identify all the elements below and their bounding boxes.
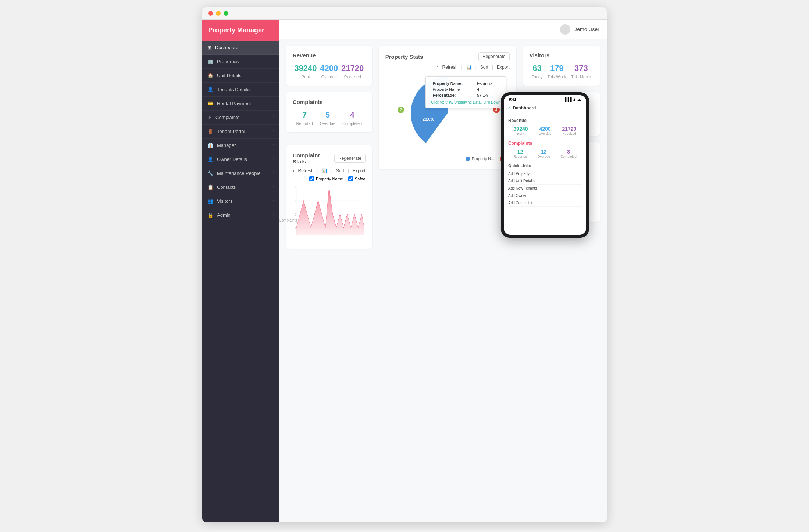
main-content: Demo User Revenue 39240 Rent — [279, 20, 607, 522]
mobile-complaints-title: Complaints — [508, 141, 582, 146]
mobile-comp-completed: 8 Completed — [560, 149, 577, 158]
mobile-link-add-unit[interactable]: Add Unit Details — [508, 177, 582, 185]
pie-index-2: 2 — [398, 107, 404, 113]
mobile-comp-overdue-lbl: Overdue — [537, 155, 550, 158]
mobile-comp-overdue: 12 Overdue — [537, 149, 550, 158]
complaint-stats-regen-button[interactable]: Regenerate — [334, 154, 366, 163]
mobile-statusbar: 9:41 ▐▐▐ ▲ ☁ — [504, 95, 586, 103]
export-label[interactable]: Export — [353, 168, 366, 173]
sidebar-item-visitors[interactable]: 👥 Visitors › — [202, 194, 279, 208]
complaint-stats-toolbar: › Refresh | 📊 | Sort | Export — [293, 168, 366, 173]
property-stats-card: Property Stats Regenerate › Refresh | 📊 … — [379, 46, 516, 169]
sidebar-item-tenants[interactable]: 👤 Tenants Details › — [202, 83, 279, 97]
sidebar-item-complaints[interactable]: ⚠ Complaints › — [202, 111, 279, 125]
sidebar-item-maintenance[interactable]: 🔧 Maintenance People › — [202, 166, 279, 180]
mobile-revenue-stats: 39240 Rent 4200 Overdue 2172 — [508, 126, 582, 136]
visitors-stats: 63 Today 179 This Week 373 This Month — [530, 64, 594, 79]
sidebar-item-label: Dashboard — [215, 45, 239, 50]
refresh-button[interactable]: Refresh — [442, 65, 458, 70]
mobile-back-button[interactable]: ‹ — [508, 105, 510, 111]
middle-column: Property Stats Regenerate › Refresh | 📊 … — [379, 46, 516, 249]
today-value: 63 — [532, 64, 542, 73]
sidebar-item-properties[interactable]: 🏢 Properties › — [202, 55, 279, 69]
sidebar-item-unit-details[interactable]: 🏠 Unit Details › — [202, 69, 279, 83]
sidebar-item-label: Owner Details — [217, 157, 247, 162]
complaints-overdue: 5 Overdue — [320, 110, 335, 126]
mobile-rent-val: 39240 — [514, 126, 528, 132]
property-stats-regen-button[interactable]: Regenerate — [478, 52, 510, 61]
legend-safaa-checkbox[interactable] — [348, 176, 353, 181]
sidebar-item-label: Unit Details — [217, 73, 241, 78]
mobile-overdue-val: 4200 — [539, 126, 552, 132]
mobile-overdue-lbl: Overdue — [539, 132, 552, 136]
sidebar-item-manager[interactable]: 👔 Manager › — [202, 139, 279, 152]
overdue-label: Overdue — [320, 75, 338, 79]
property-stats-header: Property Stats Regenerate — [385, 52, 510, 61]
dashboard-content: Revenue 39240 Rent 4200 Overdue — [279, 39, 607, 255]
mobile-complaints-stats: 12 Reported 12 Overdue 8 — [508, 149, 582, 158]
tooltip-drill-link[interactable]: Click to: View Underlying Data / Drill D… — [431, 100, 500, 104]
reported-label: Reported — [296, 121, 313, 126]
sidebar-item-label: Complaints — [215, 115, 239, 120]
sidebar-item-tenant-portal[interactable]: 🚪 Tenant Portal › — [202, 125, 279, 139]
chevron-icon: › — [273, 185, 274, 189]
tooltip-count-label: Property Name — [432, 87, 460, 91]
received-label: Received — [341, 75, 364, 79]
sidebar-item-owner[interactable]: 👤 Owner Details › — [202, 152, 279, 166]
chevron-icon: › — [273, 60, 274, 64]
mobile-overdue: 4200 Overdue — [539, 126, 552, 136]
user-info: Demo User — [560, 24, 599, 35]
export-button[interactable]: Export — [497, 65, 510, 70]
sort-label[interactable]: Sort — [336, 168, 344, 173]
completed-label: Completed — [342, 121, 362, 126]
sidebar-item-label: Tenant Portal — [217, 129, 245, 134]
chevron-icon: › — [273, 213, 274, 217]
tenants-icon: 👤 — [207, 87, 213, 92]
rent-label: Rent — [294, 75, 317, 79]
mobile-link-add-owner[interactable]: Add Owner — [508, 192, 582, 200]
mobile-received-lbl: Received — [562, 132, 576, 136]
sidebar-item-rental[interactable]: 💳 Rental Payment › — [202, 97, 279, 111]
refresh-label[interactable]: Refresh — [298, 168, 314, 173]
chevron-icon: › — [273, 101, 274, 105]
dashboard-icon: ⊞ — [207, 45, 211, 50]
mobile-comp-reported-val: 12 — [513, 149, 527, 155]
refresh-icon[interactable]: › — [293, 168, 295, 173]
mobile-received-val: 21720 — [562, 126, 576, 132]
comp-overdue-label: Overdue — [320, 121, 335, 126]
mobile-comp-completed-lbl: Completed — [560, 155, 577, 158]
bar-icon: 📊 — [466, 65, 472, 70]
refresh-icon[interactable]: › — [437, 65, 439, 70]
pie-legend: Property N... ... — [385, 157, 510, 162]
rental-icon: 💳 — [207, 101, 213, 106]
complaints-stats: 7 Reported 5 Overdue 4 Completed — [293, 110, 366, 126]
mobile-link-add-property[interactable]: Add Property — [508, 170, 582, 177]
minimize-button[interactable] — [216, 11, 221, 16]
legend-property-checkbox[interactable] — [309, 176, 314, 181]
revenue-overdue: 4200 Overdue — [320, 64, 338, 79]
legend-property-name: Property Name — [309, 176, 343, 181]
chevron-icon: › — [273, 157, 274, 161]
visitors-week: 179 This Week — [547, 64, 566, 79]
complaint-stats-card: Complaint Stats Regenerate › Refresh | 📊… — [286, 145, 372, 249]
left-column: Revenue 39240 Rent 4200 Overdue — [286, 46, 372, 249]
revenue-received: 21720 Received — [341, 64, 364, 79]
sidebar-item-admin[interactable]: 🔒 Admin › — [202, 208, 279, 222]
mobile-content: Revenue 39240 Rent 4200 Overdu — [504, 114, 586, 211]
unit-icon: 🏠 — [207, 73, 213, 78]
svg-text:4: 4 — [295, 186, 296, 189]
maximize-button[interactable] — [224, 11, 228, 16]
portal-icon: 🚪 — [207, 129, 213, 134]
mobile-time: 9:41 — [509, 97, 516, 101]
legend-label: Safaa — [355, 177, 366, 181]
complaint-stats-title: Complaint Stats — [293, 152, 334, 165]
sidebar-item-contacts[interactable]: 📋 Contacts › — [202, 180, 279, 194]
visitors-title: Visitors — [530, 52, 594, 58]
mobile-link-add-complaint[interactable]: Add Complaint — [508, 200, 582, 207]
complaints-reported: 7 Reported — [296, 110, 313, 126]
mobile-link-add-tenants[interactable]: Add New Tenants — [508, 185, 582, 192]
week-label: This Week — [547, 75, 566, 79]
close-button[interactable] — [208, 11, 213, 16]
sort-button[interactable]: Sort — [480, 65, 488, 70]
sidebar-item-dashboard[interactable]: ⊞ Dashboard — [202, 41, 279, 55]
